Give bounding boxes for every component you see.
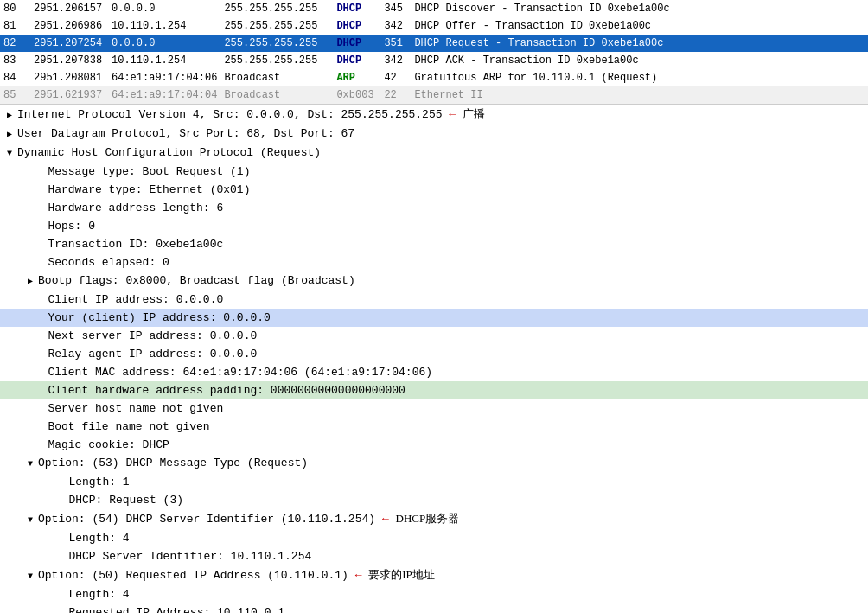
detail-field[interactable]: Next server IP address: 0.0.0.0 (0, 327, 868, 345)
col-proto: DHCP (333, 17, 380, 35)
detail-field[interactable]: Boot file name not given (0, 418, 868, 436)
col-proto: DHCP (333, 0, 380, 17)
col-proto: DHCP (333, 35, 380, 52)
col-dst: Broadcast (220, 86, 333, 104)
col-src: 10.110.1.254 (108, 17, 220, 35)
detail-field[interactable]: Hops: 0 (0, 217, 868, 235)
detail-field[interactable]: Client hardware address padding: 0000000… (0, 381, 868, 399)
col-len: 342 (380, 52, 411, 69)
col-len: 22 (380, 86, 411, 104)
detail-field[interactable]: Your (client) IP address: 0.0.0.0 (0, 309, 868, 327)
udp-line: User Datagram Protocol, Src Port: 68, Ds… (0, 125, 868, 144)
annotation-label: DHCP服务器 (396, 512, 460, 525)
detail-field[interactable]: Length: 4 (0, 529, 868, 547)
packet-table-container: 80 2951.206157 0.0.0.0 255.255.255.255 D… (0, 0, 868, 104)
col-src: 64:e1:a9:17:04:04 (108, 86, 220, 104)
detail-field[interactable]: ▼ Option: (54) DHCP Server Identifier (1… (0, 509, 868, 529)
col-proto: ARP (333, 69, 380, 86)
col-src: 64:e1:a9:17:04:06 (108, 69, 220, 86)
detail-field[interactable]: Requested IP Address: 10.110.0.1 (0, 603, 868, 613)
col-proto: 0xb003 (333, 86, 380, 104)
col-no: 82 (0, 35, 30, 52)
detail-field[interactable]: DHCP: Request (3) (0, 491, 868, 509)
col-time: 2951.207254 (30, 35, 108, 52)
col-info: DHCP Request - Transaction ID 0xebe1a00c (411, 35, 868, 52)
col-time: 2951.206986 (30, 17, 108, 35)
broadcast-arrow: ← (449, 108, 456, 121)
col-time: 2951.207838 (30, 52, 108, 69)
detail-field[interactable]: Magic cookie: DHCP (0, 436, 868, 454)
col-info: Ethernet II (411, 86, 868, 104)
col-src: 0.0.0.0 (108, 0, 220, 17)
annotation-arrow: ← (375, 513, 395, 526)
col-no: 81 (0, 17, 30, 35)
broadcast-label: 广播 (463, 107, 485, 120)
col-info: DHCP ACK - Transaction ID 0xebe1a00c (411, 52, 868, 69)
dhcp-line: Dynamic Host Configuration Protocol (Req… (0, 144, 868, 163)
col-dst: 255.255.255.255 (220, 35, 333, 52)
table-row[interactable]: 83 2951.207838 10.110.1.254 255.255.255.… (0, 52, 868, 69)
detail-panel: Internet Protocol Version 4, Src: 0.0.0.… (0, 105, 868, 613)
col-no: 85 (0, 86, 30, 104)
col-no: 84 (0, 69, 30, 86)
annotation-label: 要求的IP地址 (368, 568, 435, 581)
detail-field[interactable]: ▶ Bootp flags: 0x8000, Broadcast flag (B… (0, 271, 868, 291)
col-time: 2951.621937 (30, 86, 108, 104)
col-time: 2951.206157 (30, 0, 108, 17)
table-row[interactable]: 82 2951.207254 0.0.0.0 255.255.255.255 D… (0, 35, 868, 52)
annotation-arrow: ← (348, 569, 368, 582)
col-dst: 255.255.255.255 (220, 17, 333, 35)
detail-field[interactable]: DHCP Server Identifier: 10.110.1.254 (0, 547, 868, 565)
detail-field[interactable]: ▼ Option: (53) DHCP Message Type (Reques… (0, 454, 868, 473)
detail-field[interactable]: Seconds elapsed: 0 (0, 253, 868, 271)
table-row[interactable]: 85 2951.621937 64:e1:a9:17:04:04 Broadca… (0, 86, 868, 104)
col-dst: 255.255.255.255 (220, 52, 333, 69)
detail-field[interactable]: Hardware type: Ethernet (0x01) (0, 181, 868, 199)
detail-field[interactable]: ▼ Option: (50) Requested IP Address (10.… (0, 565, 868, 585)
col-src: 10.110.1.254 (108, 52, 220, 69)
detail-field[interactable]: Transaction ID: 0xebe1a00c (0, 235, 868, 253)
detail-field[interactable]: Client MAC address: 64:e1:a9:17:04:06 (6… (0, 363, 868, 381)
col-src: 0.0.0.0 (108, 35, 220, 52)
table-row[interactable]: 84 2951.208081 64:e1:a9:17:04:06 Broadca… (0, 69, 868, 86)
col-time: 2951.208081 (30, 69, 108, 86)
detail-field[interactable]: Message type: Boot Request (1) (0, 163, 868, 181)
detail-field[interactable]: Client IP address: 0.0.0.0 (0, 291, 868, 309)
detail-field[interactable]: Hardware address length: 6 (0, 199, 868, 217)
table-row[interactable]: 81 2951.206986 10.110.1.254 255.255.255.… (0, 17, 868, 35)
col-info: DHCP Offer - Transaction ID 0xebe1a00c (411, 17, 868, 35)
col-len: 345 (380, 0, 411, 17)
main-container: 80 2951.206157 0.0.0.0 255.255.255.255 D… (0, 0, 868, 613)
col-no: 83 (0, 52, 30, 69)
ip-line: Internet Protocol Version 4, Src: 0.0.0.… (0, 105, 868, 125)
col-info: Gratuitous ARP for 10.110.0.1 (Request) (411, 69, 868, 86)
col-len: 342 (380, 17, 411, 35)
col-info: DHCP Discover - Transaction ID 0xebe1a00… (411, 0, 868, 17)
detail-field[interactable]: Length: 4 (0, 585, 868, 603)
detail-field[interactable]: Server host name not given (0, 399, 868, 418)
col-len: 42 (380, 69, 411, 86)
col-proto: DHCP (333, 52, 380, 69)
packet-table: 80 2951.206157 0.0.0.0 255.255.255.255 D… (0, 0, 868, 104)
detail-field[interactable]: Length: 1 (0, 473, 868, 491)
detail-field[interactable]: Relay agent IP address: 0.0.0.0 (0, 345, 868, 363)
col-no: 80 (0, 0, 30, 17)
col-dst: 255.255.255.255 (220, 0, 333, 17)
col-dst: Broadcast (220, 69, 333, 86)
col-len: 351 (380, 35, 411, 52)
detail-fields: Message type: Boot Request (1) Hardware … (0, 163, 868, 613)
table-row[interactable]: 80 2951.206157 0.0.0.0 255.255.255.255 D… (0, 0, 868, 17)
